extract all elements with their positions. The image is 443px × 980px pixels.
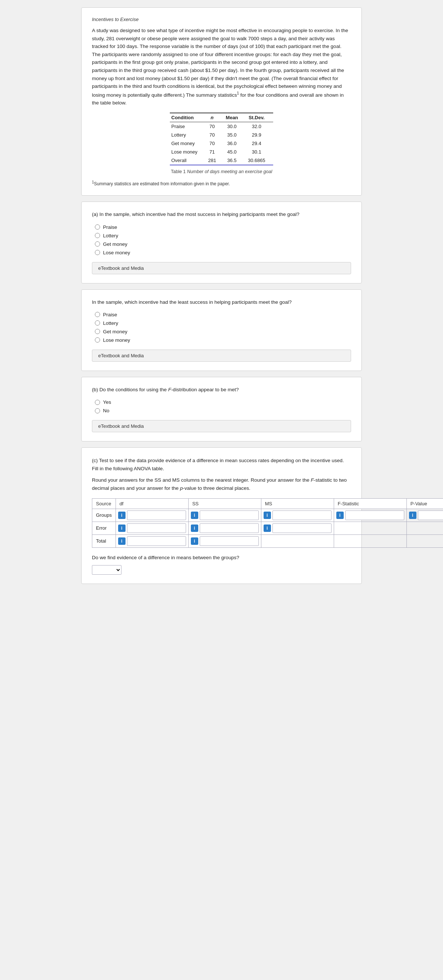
col-mean: Mean: [224, 113, 246, 122]
question-least-card: In the sample, which incentive had the l…: [81, 290, 362, 371]
option-lose-money-least[interactable]: Lose money: [95, 337, 351, 343]
col-condition: Condition: [170, 113, 206, 122]
footnote-text: 1Summary statistics are estimated from i…: [92, 180, 351, 186]
question-c-intro2: Round your answers for the SS and MS col…: [92, 476, 351, 492]
anova-row-error: Error i i: [92, 522, 443, 535]
info-btn-total-df[interactable]: i: [118, 538, 126, 545]
anova-row-total: Total i i: [92, 535, 443, 547]
radio-get-money-least[interactable]: [95, 329, 100, 334]
info-btn-groups-ss[interactable]: i: [191, 512, 198, 519]
radio-lottery[interactable]: [95, 233, 100, 238]
anova-error-ss-cell: i: [188, 522, 261, 535]
radio-praise[interactable]: [95, 224, 100, 229]
anova-total-ms-empty: [261, 535, 334, 547]
option-get-money[interactable]: Get money: [95, 242, 351, 247]
question-c-card: (c) Test to see if the data provide evid…: [81, 447, 362, 584]
evidence-dropdown[interactable]: Yes No: [92, 565, 121, 575]
cell-stdev: 29.9: [246, 130, 273, 139]
radio-get-money[interactable]: [95, 242, 100, 247]
cell-condition: Get money: [170, 139, 206, 148]
cell-n: 281: [206, 156, 224, 165]
option-lottery-least[interactable]: Lottery: [95, 320, 351, 326]
question-a-text: (a) In the sample, which incentive had t…: [92, 211, 351, 218]
radio-lose-money[interactable]: [95, 250, 100, 255]
cell-n: 70: [206, 130, 224, 139]
info-btn-error-ms[interactable]: i: [264, 525, 271, 532]
table-row-overall: Overall 281 36.5 30.6865: [170, 156, 273, 165]
anova-groups-ms-input[interactable]: [272, 511, 331, 520]
anova-groups-pvalue-input-cell: i: [409, 511, 443, 520]
caption-italic: Number of days meeting an exercise goal: [187, 169, 272, 174]
anova-row-groups: Groups i i: [92, 509, 443, 522]
question-least-text: In the sample, which incentive had the l…: [92, 299, 351, 306]
question-least-options: Praise Lottery Get money Lose money: [92, 312, 351, 343]
anova-col-source: Source: [92, 498, 116, 509]
question-c-intro1: (c) Test to see if the data provide evid…: [92, 457, 351, 473]
anova-error-df-input[interactable]: [127, 523, 186, 533]
option-lottery[interactable]: Lottery: [95, 233, 351, 239]
anova-total-ss-cell: i: [188, 535, 261, 547]
radio-no[interactable]: [95, 408, 100, 414]
info-btn-groups-ms[interactable]: i: [264, 512, 271, 519]
anova-table: Source df SS MS F-Statistic P-Value Grou…: [92, 498, 443, 548]
info-btn-groups-fstat[interactable]: i: [336, 512, 344, 519]
cell-n: 70: [206, 139, 224, 148]
anova-error-ss-input[interactable]: [200, 523, 259, 533]
radio-yes[interactable]: [95, 400, 100, 405]
table-caption: Table 1 Number of days meeting an exerci…: [171, 169, 272, 174]
cell-mean: 36.0: [224, 139, 246, 148]
anova-total-pvalue-empty: [406, 535, 443, 547]
anova-error-pvalue-empty: [406, 522, 443, 535]
etextbook-media-button-a[interactable]: eTextbook and Media: [92, 262, 351, 274]
option-yes-label: Yes: [103, 399, 111, 405]
anova-total-ss-input-cell: i: [191, 536, 259, 546]
anova-groups-fstat-cell: i: [334, 509, 406, 522]
info-btn-error-ss[interactable]: i: [191, 525, 198, 532]
radio-praise-least[interactable]: [95, 312, 100, 317]
info-btn-total-ss[interactable]: i: [191, 538, 198, 545]
option-lottery-label: Lottery: [103, 233, 118, 239]
anova-groups-ss-cell: i: [188, 509, 261, 522]
question-a-card: (a) In the sample, which incentive had t…: [81, 202, 362, 283]
anova-source-groups: Groups: [92, 509, 116, 522]
radio-lose-money-least[interactable]: [95, 337, 100, 342]
anova-groups-fstat-input[interactable]: [345, 511, 404, 520]
question-b-card: (b) Do the conditions for using the F-di…: [81, 377, 362, 441]
anova-col-fstat: F-Statistic: [334, 498, 406, 509]
info-btn-error-df[interactable]: i: [118, 525, 126, 532]
anova-total-df-input[interactable]: [127, 536, 186, 546]
etextbook-media-button-least[interactable]: eTextbook and Media: [92, 350, 351, 362]
table-row: Lose money 71 45.0 30.1: [170, 148, 273, 156]
anova-groups-fstat-input-cell: i: [336, 511, 404, 520]
option-yes[interactable]: Yes: [95, 399, 351, 405]
cell-stdev: 30.1: [246, 148, 273, 156]
anova-error-fstat-empty: [334, 522, 406, 535]
option-praise-label: Praise: [103, 224, 117, 230]
anova-total-df-input-cell: i: [118, 536, 186, 546]
option-get-money-label: Get money: [103, 242, 127, 247]
option-lose-money[interactable]: Lose money: [95, 250, 351, 255]
anova-groups-pvalue-input[interactable]: [418, 511, 443, 520]
anova-groups-df-input[interactable]: [127, 511, 186, 520]
option-get-money-least[interactable]: Get money: [95, 329, 351, 334]
anova-groups-ss-input[interactable]: [200, 511, 259, 520]
anova-source-total: Total: [92, 535, 116, 547]
radio-lottery-least[interactable]: [95, 320, 100, 326]
info-btn-groups-df[interactable]: i: [118, 512, 126, 519]
anova-groups-df-cell: i: [116, 509, 188, 522]
question-b-options: Yes No: [92, 399, 351, 414]
cell-stdev: 30.6865: [246, 156, 273, 165]
cell-condition: Overall: [170, 156, 206, 165]
option-no[interactable]: No: [95, 408, 351, 414]
question-c-bottom: Do we find evidence of a difference in m…: [92, 554, 351, 562]
anova-error-ms-input[interactable]: [272, 523, 331, 533]
option-praise-least[interactable]: Praise: [95, 312, 351, 317]
anova-total-ss-input[interactable]: [200, 536, 259, 546]
option-praise[interactable]: Praise: [95, 224, 351, 230]
anova-error-df-input-cell: i: [118, 523, 186, 533]
anova-total-fstat-empty: [334, 535, 406, 547]
cell-condition: Praise: [170, 122, 206, 131]
etextbook-media-button-b[interactable]: eTextbook and Media: [92, 420, 351, 432]
cell-condition: Lottery: [170, 130, 206, 139]
info-btn-groups-pvalue[interactable]: i: [409, 512, 416, 519]
